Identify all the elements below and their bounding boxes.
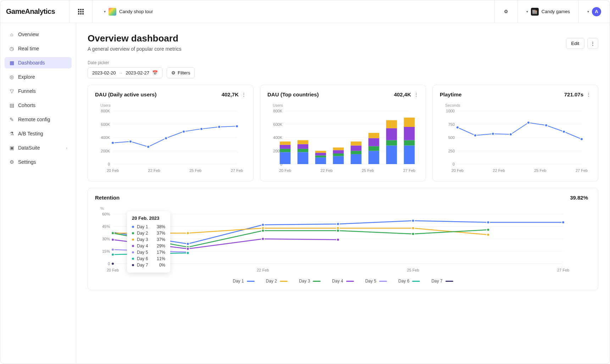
svg-text:22 Feb: 22 Feb bbox=[257, 268, 269, 272]
svg-point-86 bbox=[474, 134, 477, 137]
more-icon[interactable]: ⋮ bbox=[587, 38, 598, 49]
svg-text:750: 750 bbox=[448, 122, 455, 127]
sidebar-item-settings[interactable]: ⚙Settings bbox=[5, 156, 72, 168]
sidebar-item-dashboards[interactable]: ▦Dashboards bbox=[5, 57, 72, 68]
svg-point-123 bbox=[261, 229, 264, 232]
date-picker-label: Date picker bbox=[88, 60, 162, 65]
card-title: DAU (Daily active users) bbox=[95, 91, 156, 97]
game-selector[interactable]: ▾ Candy shop tour bbox=[101, 6, 156, 18]
chevron-right-icon: › bbox=[66, 146, 67, 150]
svg-point-20 bbox=[200, 128, 203, 130]
svg-text:30%: 30% bbox=[102, 237, 110, 241]
filters-button[interactable]: ⚙ Filters bbox=[167, 67, 195, 78]
svg-text:1000: 1000 bbox=[446, 109, 455, 113]
arrow-right-icon: → bbox=[119, 71, 123, 75]
svg-point-111 bbox=[337, 223, 339, 225]
svg-point-22 bbox=[235, 125, 238, 128]
svg-text:500: 500 bbox=[448, 135, 455, 140]
more-icon[interactable]: ⋮ bbox=[414, 92, 418, 97]
avatar: A bbox=[592, 7, 601, 16]
legend-item[interactable]: Day 1 bbox=[233, 279, 254, 284]
tooltip-title: 20 Feb. 2023 bbox=[132, 215, 165, 221]
svg-point-114 bbox=[562, 221, 565, 224]
svg-rect-38 bbox=[280, 152, 291, 164]
svg-text:800K: 800K bbox=[101, 109, 110, 113]
svg-rect-43 bbox=[298, 149, 309, 152]
svg-text:20 Feb: 20 Feb bbox=[279, 168, 291, 173]
home-icon: ⌂ bbox=[9, 32, 15, 37]
legend-item[interactable]: Day 4 bbox=[332, 279, 354, 284]
svg-rect-54 bbox=[351, 154, 362, 164]
tooltip-row: Day 70% bbox=[132, 262, 165, 268]
svg-text:27 Feb: 27 Feb bbox=[557, 268, 569, 272]
svg-point-87 bbox=[492, 133, 494, 135]
svg-point-15 bbox=[111, 141, 114, 144]
svg-point-18 bbox=[165, 137, 167, 140]
svg-point-129 bbox=[261, 237, 264, 240]
sidebar-item-a-b-testing[interactable]: ⚗A/B Testing bbox=[5, 128, 72, 139]
svg-text:250: 250 bbox=[448, 149, 455, 153]
card-dau-countries: DAU (Top countries) 402,4K ⋮ 0200K400K60… bbox=[260, 85, 426, 181]
svg-point-128 bbox=[187, 247, 189, 250]
legend-item[interactable]: Day 7 bbox=[431, 279, 453, 284]
apps-icon[interactable] bbox=[75, 6, 87, 17]
sidebar-item-label: A/B Testing bbox=[18, 131, 43, 136]
svg-text:0: 0 bbox=[108, 162, 110, 166]
legend-item[interactable]: Day 3 bbox=[299, 279, 321, 284]
sidebar-item-overview[interactable]: ⌂Overview bbox=[5, 29, 72, 40]
legend-item[interactable]: Day 2 bbox=[266, 279, 288, 284]
svg-point-90 bbox=[545, 124, 548, 127]
svg-rect-45 bbox=[298, 140, 309, 144]
svg-text:27 Feb: 27 Feb bbox=[403, 168, 415, 173]
card-value: 402,7K bbox=[222, 91, 239, 97]
legend-item[interactable]: Day 6 bbox=[398, 279, 420, 284]
sidebar-item-real-time[interactable]: ◷Real time bbox=[5, 43, 72, 54]
svg-text:22 Feb: 22 Feb bbox=[321, 168, 333, 173]
svg-point-112 bbox=[412, 219, 415, 222]
svg-point-119 bbox=[412, 227, 415, 230]
svg-text:25 Feb: 25 Feb bbox=[362, 168, 374, 173]
sidebar-item-cohorts[interactable]: ▤Cohorts bbox=[5, 100, 72, 111]
svg-rect-44 bbox=[298, 144, 309, 149]
gear-icon: ⚙ bbox=[9, 159, 15, 165]
svg-point-131 bbox=[111, 248, 114, 251]
org-selector[interactable]: ▾ 🏬 Candy games bbox=[523, 6, 573, 18]
svg-point-133 bbox=[111, 253, 114, 256]
page-title: Overview dashboard bbox=[88, 33, 182, 44]
svg-text:25 Feb: 25 Feb bbox=[407, 268, 419, 272]
svg-point-127 bbox=[111, 238, 114, 241]
tooltip-row: Day 237% bbox=[132, 230, 165, 236]
gear-icon[interactable]: ⚙ bbox=[500, 6, 512, 17]
legend-swatch bbox=[379, 281, 387, 282]
card-dau: DAU (Daily active users) 402,7K ⋮ 0200K4… bbox=[88, 85, 254, 181]
svg-point-125 bbox=[412, 233, 415, 235]
sidebar-item-funnels[interactable]: ▽Funnels bbox=[5, 85, 72, 97]
table-icon: ▤ bbox=[9, 102, 15, 108]
sidebar-item-datasuite[interactable]: ▣DataSuite› bbox=[5, 142, 72, 153]
calendar-icon: 📅 bbox=[152, 70, 158, 75]
svg-text:60%: 60% bbox=[102, 212, 110, 216]
game-icon bbox=[109, 8, 116, 16]
sidebar-item-remote-config[interactable]: ✎Remote config bbox=[5, 114, 72, 125]
date-picker[interactable]: 2023-02-20 → 2023-02-27 📅 bbox=[88, 67, 162, 78]
legend-item[interactable]: Day 5 bbox=[365, 279, 387, 284]
svg-text:0: 0 bbox=[108, 262, 110, 266]
legend-swatch bbox=[346, 281, 354, 282]
svg-text:400K: 400K bbox=[273, 135, 282, 140]
sidebar-item-explore[interactable]: ◎Explore bbox=[5, 71, 72, 83]
svg-text:400K: 400K bbox=[101, 135, 110, 140]
more-icon[interactable]: ⋮ bbox=[586, 92, 591, 97]
svg-rect-39 bbox=[280, 149, 291, 152]
svg-text:600K: 600K bbox=[273, 122, 282, 127]
svg-rect-48 bbox=[315, 153, 326, 156]
topbar: GameAnalytics ▾ Candy shop tour ⚙ ▾ 🏬 Ca… bbox=[0, 0, 610, 23]
caret-down-icon: ▾ bbox=[526, 10, 528, 13]
funnel-icon: ▽ bbox=[9, 88, 15, 94]
chart-tooltip: 20 Feb. 2023Day 138%Day 237%Day 337%Day … bbox=[127, 211, 170, 273]
more-icon[interactable]: ⋮ bbox=[242, 92, 246, 97]
sidebar-item-label: Settings bbox=[18, 159, 36, 165]
edit-button[interactable]: Edit bbox=[566, 38, 584, 49]
date-from: 2023-02-20 bbox=[92, 70, 116, 75]
user-menu[interactable]: ▾ A bbox=[584, 5, 604, 18]
sidebar-item-label: Overview bbox=[18, 32, 39, 37]
